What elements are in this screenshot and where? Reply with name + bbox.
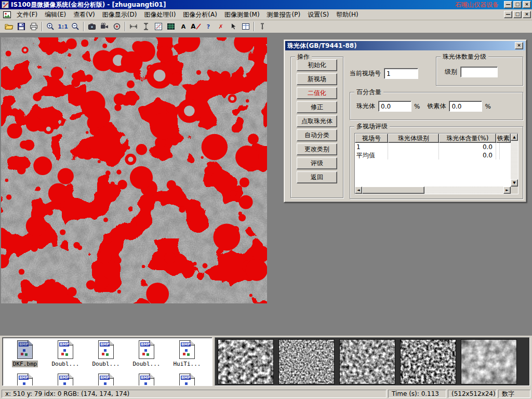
percent-group-legend: 百分含量 (354, 88, 383, 96)
scroll-left-icon[interactable]: ◄ (355, 187, 362, 194)
bmp-file-icon: BMP (179, 340, 195, 359)
pearlite-dialog[interactable]: 珠光体(GB/T9441-88) × 操作 初始化 新视场 二值化 修正 点取珠… (284, 39, 527, 203)
pin-button[interactable] (256, 21, 269, 32)
pointer-button[interactable] (227, 21, 240, 32)
file-item[interactable]: BMP DKF.bmp (5, 340, 45, 367)
zoom-out-button[interactable] (69, 21, 82, 32)
actual-size-button[interactable]: 1:1 (57, 21, 69, 32)
status-mode: 数字 (498, 390, 530, 398)
pearlite-percent-input[interactable] (378, 101, 411, 112)
measure-grid-button[interactable] (152, 21, 165, 32)
mdi-minimize-button[interactable]: — (504, 11, 512, 18)
delete-marks-button[interactable]: ✗ (215, 21, 227, 32)
auto-classify-button[interactable]: 自动分类 (297, 129, 337, 141)
measure-vertical-button[interactable] (140, 21, 152, 32)
dialog-title-bar[interactable]: 珠光体(GB/T9441-88) × (285, 41, 525, 50)
current-field-input[interactable] (384, 68, 418, 79)
title-bar: IS100显微摄像系统(金相分析版) - [zhuguangti01] 石嘴山仪… (0, 0, 532, 9)
thumbnail-3[interactable] (339, 339, 395, 384)
close-button[interactable]: × (523, 1, 531, 8)
camera-button[interactable] (86, 21, 98, 32)
mdi-restore-button[interactable]: □ (513, 11, 522, 18)
correct-button[interactable]: 修正 (297, 101, 337, 113)
save-button[interactable] (15, 21, 28, 32)
header-field[interactable]: 视场号 (355, 134, 388, 143)
menu-help[interactable]: 帮助(H) (332, 9, 362, 20)
menu-file[interactable]: 文件(F) (13, 9, 41, 20)
grid-button[interactable] (165, 21, 177, 32)
scroll-up-icon[interactable]: ▲ (511, 134, 518, 141)
thumbnail-5[interactable] (461, 339, 517, 384)
status-image-size: (512x512x24) (448, 390, 497, 398)
menu-image-display[interactable]: 图像显示(D) (99, 9, 141, 20)
vertical-scrollbar[interactable]: ▲ ▼ (511, 134, 518, 187)
header-level[interactable]: 珠光体级别 (388, 134, 439, 143)
video-button[interactable] (98, 21, 111, 32)
file-item[interactable]: BMP Doubl... (86, 340, 126, 367)
dialog-body: 操作 初始化 新视场 二值化 修正 点取珠光体 自动分类 更改类别 评级 返回 … (285, 50, 525, 201)
file-item[interactable]: BMP (86, 374, 126, 386)
rating-table: 视场号 珠光体级别 珠光体含量(%) 铁素 1 0.0 (354, 133, 518, 194)
initialize-button[interactable]: 初始化 (297, 59, 337, 71)
thumbnail-4[interactable] (400, 339, 456, 384)
binarize-button[interactable]: 二值化 (297, 87, 337, 99)
print-button[interactable] (28, 21, 40, 32)
help-button[interactable]: ? (202, 21, 215, 32)
minimize-button[interactable]: — (504, 1, 512, 8)
scroll-down-icon[interactable]: ▼ (511, 179, 518, 187)
file-item[interactable]: BMP (5, 374, 45, 386)
horizontal-scroll-track[interactable] (424, 187, 503, 194)
table-row[interactable]: 1 0.0 (355, 143, 511, 151)
open-button[interactable] (3, 21, 15, 32)
bmp-file-icon: BMP (58, 340, 73, 359)
status-position: x: 510 y: 79 idx: 0 RGB: (174, 174, 174) (2, 390, 387, 398)
maximize-button[interactable]: □ (513, 1, 522, 8)
toolbar-separator (42, 22, 43, 31)
mdi-close-button[interactable]: × (523, 11, 531, 18)
text-annotate-button[interactable]: A (177, 21, 190, 32)
pearlite-label: 珠光体 (356, 102, 375, 111)
file-list[interactable]: BMP DKF.bmp BMP Doubl... (2, 337, 212, 386)
zoom-in-button[interactable] (44, 21, 57, 32)
header-content[interactable]: 珠光体含量(%) (439, 134, 496, 143)
table-row[interactable]: 平均值 0.0 (355, 151, 511, 159)
menu-image-process[interactable]: 图像处理(I) (140, 9, 179, 20)
menu-view[interactable]: 查看(V) (70, 9, 99, 20)
menu-settings[interactable]: 设置(S) (304, 9, 332, 20)
new-field-button[interactable]: 新视场 (297, 73, 337, 85)
menu-image-measure[interactable]: 图像测量(M) (221, 9, 263, 20)
change-category-button[interactable]: 更改类别 (297, 143, 337, 155)
menu-measure-report[interactable]: 测量报告(P) (263, 9, 304, 20)
rate-button[interactable]: 评级 (297, 157, 337, 169)
cell-field: 平均值 (355, 151, 388, 159)
pick-pearlite-button[interactable]: 点取珠光体 (297, 115, 337, 127)
text-delete-button[interactable]: A (190, 21, 202, 32)
mdi-document-icon[interactable] (3, 11, 11, 18)
table-button[interactable] (240, 21, 252, 32)
menu-image-analysis[interactable]: 图像分析(A) (179, 9, 221, 20)
vertical-scroll-track[interactable] (511, 141, 518, 179)
level-input[interactable] (460, 66, 498, 77)
percent-group: 百分含量 珠光体 % 铁素体 % (350, 92, 523, 120)
file-item[interactable]: BMP HuiTi... (167, 340, 207, 367)
file-item[interactable]: BMP Doubl... (45, 340, 86, 367)
live-capture-button[interactable] (111, 21, 123, 32)
file-item[interactable]: BMP (45, 374, 86, 386)
bmp-tag: BMP (181, 342, 191, 347)
header-ferrite[interactable]: 铁素 (496, 134, 511, 143)
file-item[interactable]: BMP (126, 374, 167, 386)
file-strip: BMP DKF.bmp BMP Doubl... (0, 336, 532, 388)
menu-edit[interactable]: 编辑(E) (41, 9, 70, 20)
file-item[interactable]: BMP Doubl... (126, 340, 167, 367)
file-item[interactable]: BMP (167, 374, 207, 386)
metallograph-image[interactable] (1, 37, 267, 303)
return-button[interactable]: 返回 (297, 171, 337, 183)
dialog-close-button[interactable]: × (515, 42, 523, 49)
thumbnail-2[interactable] (278, 339, 335, 384)
horizontal-scrollbar[interactable]: ◄ ► (355, 187, 511, 194)
thumbnail-1[interactable] (218, 339, 274, 384)
measure-horizontal-button[interactable] (127, 21, 140, 32)
scroll-right-icon[interactable]: ► (503, 187, 511, 194)
horizontal-scroll-thumb[interactable] (362, 187, 424, 194)
ferrite-percent-input[interactable] (449, 101, 482, 112)
